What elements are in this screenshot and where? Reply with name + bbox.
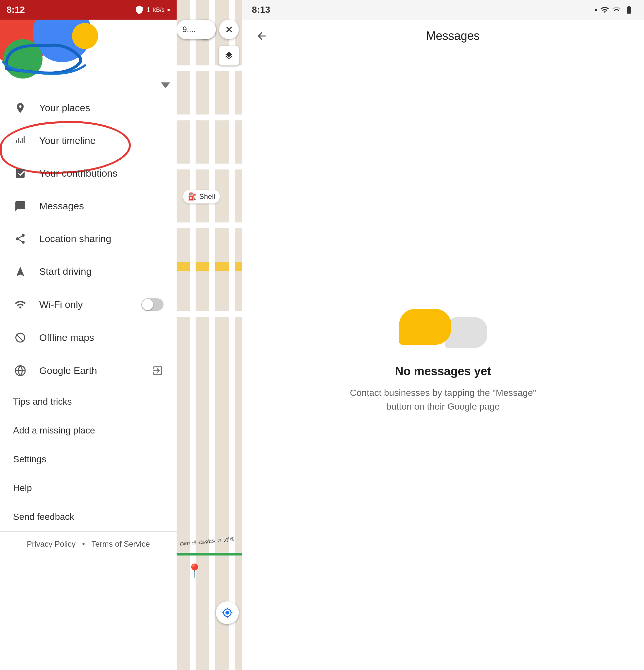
- send-feedback-item[interactable]: Send feedback: [0, 502, 177, 531]
- kb-label: kB/s: [153, 6, 164, 13]
- status-icons-left: 1 kB/s •: [135, 5, 170, 15]
- map-place-pin: 📍: [186, 563, 203, 578]
- dot-right: •: [595, 5, 598, 15]
- privacy-policy-link[interactable]: Privacy Policy: [27, 539, 76, 549]
- green-path: [177, 553, 242, 555]
- wifi-toggle[interactable]: [141, 298, 163, 311]
- no-messages-description: Contact businesses by tapping the "Messa…: [348, 386, 538, 414]
- battery-text-left: 1: [147, 5, 150, 14]
- signal-icon: [612, 5, 621, 14]
- yellow-bubble: [399, 309, 451, 345]
- footer-dot-sep: •: [82, 539, 85, 549]
- help-item[interactable]: Help: [0, 474, 177, 502]
- location-sharing-icon: [13, 232, 27, 246]
- wifi-status-icon: [600, 5, 609, 14]
- map-background: ✕ ⛽ Shell 📍 ಮಾಗಡಿ ಮುಖ್ಯ ರಸ್ತೆ 9,...: [177, 0, 242, 670]
- location-sharing-label: Location sharing: [39, 233, 111, 244]
- google-earth-icon: [13, 363, 27, 378]
- add-missing-place-item[interactable]: Add a missing place: [0, 416, 177, 445]
- google-earth-label: Google Earth: [39, 365, 97, 376]
- menu-item-google-earth[interactable]: Google Earth: [0, 354, 177, 387]
- map-road: [229, 0, 235, 670]
- pin-icon: [13, 101, 27, 115]
- menu-list: Your places Your timeline Your contribut…: [0, 92, 177, 670]
- back-button[interactable]: [252, 26, 271, 46]
- messages-icon: [13, 199, 27, 213]
- chat-bubbles-illustration: [399, 309, 487, 345]
- google-logo-area: [0, 19, 177, 92]
- search-text: 9,...: [183, 25, 196, 34]
- menu-item-your-places[interactable]: Your places: [0, 92, 177, 124]
- menu-item-start-driving[interactable]: Start driving: [0, 255, 177, 288]
- battery-status-icon: [624, 5, 634, 14]
- left-panel: 8:12 1 kB/s • Your places: [0, 0, 177, 670]
- messages-content: No messages yet Contact businesses by ta…: [242, 52, 644, 670]
- no-messages-title: No messages yet: [395, 364, 491, 378]
- contributions-icon: [13, 166, 27, 180]
- map-location-button[interactable]: [216, 601, 239, 624]
- shell-icon: ⛽: [188, 192, 197, 201]
- status-time-left: 8:12: [6, 4, 25, 15]
- dot-left: •: [167, 5, 170, 15]
- messages-title: Messages: [271, 29, 634, 43]
- right-panel: 8:13 • Messages No messages yet Contact …: [242, 0, 644, 670]
- your-timeline-label: Your timeline: [39, 135, 95, 146]
- status-bar-right: 8:13 •: [242, 0, 644, 19]
- your-places-label: Your places: [39, 103, 90, 113]
- footer-menu: Tips and tricks Add a missing place Sett…: [0, 387, 177, 531]
- blue-scribble: [0, 36, 92, 75]
- timeline-icon: [13, 133, 27, 148]
- status-icons-right: •: [595, 5, 634, 15]
- map-search-bar[interactable]: 9,...: [177, 19, 216, 39]
- settings-item[interactable]: Settings: [0, 445, 177, 474]
- footer-links: Privacy Policy • Terms of Service: [0, 531, 177, 557]
- wifi-icon: [13, 297, 27, 312]
- offline-maps-label: Offline maps: [39, 332, 94, 343]
- menu-item-location-sharing[interactable]: Location sharing: [0, 223, 177, 255]
- driving-icon: [13, 264, 27, 279]
- menu-item-messages[interactable]: Messages: [0, 190, 177, 223]
- menu-item-your-contributions[interactable]: Your contributions: [0, 157, 177, 190]
- tips-and-tricks-item[interactable]: Tips and tricks: [0, 387, 177, 416]
- menu-item-wifi[interactable]: Wi-Fi only: [0, 288, 177, 321]
- toggle-knob: [142, 299, 153, 310]
- start-driving-label: Start driving: [39, 266, 92, 277]
- menu-item-your-timeline[interactable]: Your timeline: [0, 124, 177, 157]
- map-layers-button[interactable]: [219, 46, 239, 65]
- menu-item-offline-maps[interactable]: Offline maps: [0, 321, 177, 354]
- external-link-icon: [152, 365, 163, 377]
- messages-label: Messages: [39, 201, 84, 212]
- your-contributions-label: Your contributions: [39, 168, 118, 179]
- wifi-label: Wi-Fi only: [39, 299, 83, 310]
- messages-header: Messages: [242, 19, 644, 52]
- map-road: [209, 0, 215, 670]
- shield-icon: [135, 5, 144, 14]
- map-text-overlay: ಮಾಗಡಿ ಮುಖ್ಯ ರಸ್ತೆ: [179, 537, 235, 548]
- status-bar-left: 8:12 1 kB/s •: [0, 0, 177, 19]
- status-time-right: 8:13: [252, 4, 270, 15]
- map-close-button[interactable]: ✕: [219, 19, 239, 39]
- middle-panel: ✕ ⛽ Shell 📍 ಮಾಗಡಿ ಮುಖ್ಯ ರಸ್ತೆ 9,...: [177, 0, 242, 670]
- shell-badge: ⛽ Shell: [183, 190, 220, 203]
- dropdown-arrow[interactable]: [161, 82, 170, 88]
- terms-link[interactable]: Terms of Service: [92, 539, 150, 549]
- shell-label: Shell: [199, 192, 215, 201]
- offline-maps-icon: [13, 331, 27, 345]
